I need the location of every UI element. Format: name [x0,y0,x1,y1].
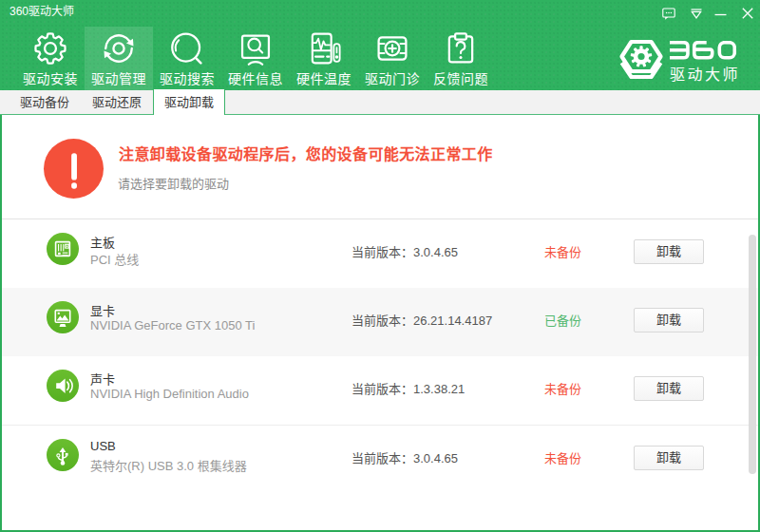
uninstall-button[interactable]: 卸载 [634,446,704,470]
close-icon[interactable] [736,0,759,27]
motherboard-icon [47,233,79,265]
minimize-icon[interactable] [709,0,732,27]
version-value: 1.3.38.21 [413,382,465,396]
nav-item-driver-manage[interactable]: 驱动管理 [85,27,153,90]
gear-icon [33,31,67,66]
version-prefix: 当前版本： [352,451,413,466]
uninstall-button[interactable]: 卸载 [634,308,704,332]
driver-name: 声卡 [90,370,115,388]
tab-bar: 驱动备份 驱动还原 驱动卸载 [0,90,760,115]
first-aid-icon [375,31,409,66]
version-prefix: 当前版本： [352,314,413,328]
driver-version: 当前版本：26.21.14.4187 [352,311,492,329]
usb-icon [47,439,79,471]
header: 360驱动大师 [0,0,760,90]
tab-driver-restore[interactable]: 驱动还原 [81,90,153,114]
driver-name: 显卡 [90,301,115,319]
nav-item-driver-clinic[interactable]: 驱动门诊 [358,27,427,90]
driver-version: 当前版本：3.0.4.65 [352,448,458,466]
driver-version: 当前版本：3.0.4.65 [352,242,458,260]
hexagon-gear-logo-icon [619,38,663,82]
window-title: 360驱动大师 [10,2,74,18]
backup-status: 未备份 [544,379,581,397]
tab-driver-backup[interactable]: 驱动备份 [9,90,81,114]
uninstall-button[interactable]: 卸载 [634,376,704,401]
warning-title: 注意卸载设备驱动程序后，您的设备可能无法正常工作 [119,142,493,164]
driver-device: NVIDIA High Definition Audio [90,387,249,401]
content-area: 注意卸载设备驱动程序后，您的设备可能无法正常工作 请选择要卸载的驱动 [2,115,758,528]
version-value: 3.0.4.65 [413,245,458,259]
clipboard-question-icon [444,31,478,66]
main-menu-icon[interactable] [685,0,708,27]
app-window: 360驱动大师 [0,0,760,532]
scrollbar-thumb[interactable] [749,235,756,474]
driver-device: NVIDIA GeForce GTX 1050 Ti [90,318,255,332]
brand-logo: 驱动大师 [619,38,740,85]
speaker-icon [47,370,79,402]
titlebar: 360驱动大师 [0,0,760,27]
uninstall-button[interactable]: 卸载 [634,239,704,264]
warning-subtitle: 请选择要卸载的驱动 [118,174,229,192]
warning-section: 注意卸载设备驱动程序后，您的设备可能无法正常工作 请选择要卸载的驱动 [2,115,758,219]
brand-text: 驱动大师 [670,38,740,85]
backup-status: 未备份 [544,242,581,260]
nav-item-hardware-info[interactable]: 硬件信息 [221,27,290,90]
backup-status: 已备份 [544,311,581,329]
driver-row-audio: 声卡 NVIDIA High Definition Audio 当前版本：1.3… [2,356,758,425]
nav-item-driver-install[interactable]: 驱动安装 [16,27,85,90]
nav-item-feedback[interactable]: 反馈问题 [427,27,495,90]
nav-item-hardware-temp[interactable]: 硬件温度 [290,27,358,90]
temperature-icon [307,31,341,66]
exclamation-circle-icon [44,139,104,199]
version-value: 3.0.4.65 [413,451,458,466]
brand-product-name: 驱动大师 [670,62,740,85]
main-nav: 驱动安装 驱动管理 驱动搜索 [16,27,495,90]
backup-status: 未备份 [544,448,581,466]
driver-device: PCI 总线 [90,250,139,268]
display-icon [47,301,79,333]
monitor-search-icon [238,31,273,66]
tab-driver-uninstall[interactable]: 驱动卸载 [153,89,225,115]
nav-item-driver-search[interactable]: 驱动搜索 [153,27,221,90]
message-icon[interactable] [657,0,680,27]
driver-device: 英特尔(R) USB 3.0 根集线器 [90,456,247,474]
driver-list: 主板 PCI 总线 当前版本：3.0.4.65 未备份 卸载 显卡 NVIDIA… [2,219,758,492]
driver-row-gpu: 显卡 NVIDIA GeForce GTX 1050 Ti 当前版本：26.21… [2,288,758,356]
driver-version: 当前版本：1.3.38.21 [352,379,465,397]
refresh-icon [102,31,136,66]
brand-360-wordmark [670,41,736,60]
version-prefix: 当前版本： [352,382,413,396]
version-value: 26.21.14.4187 [413,314,492,328]
driver-row-usb: USB 英特尔(R) USB 3.0 根集线器 当前版本：3.0.4.65 未备… [2,425,758,492]
driver-name: 主板 [90,233,115,251]
driver-name: USB [90,439,116,453]
search-icon [170,31,204,66]
driver-row-motherboard: 主板 PCI 总线 当前版本：3.0.4.65 未备份 卸载 [2,219,758,288]
version-prefix: 当前版本： [352,245,413,259]
